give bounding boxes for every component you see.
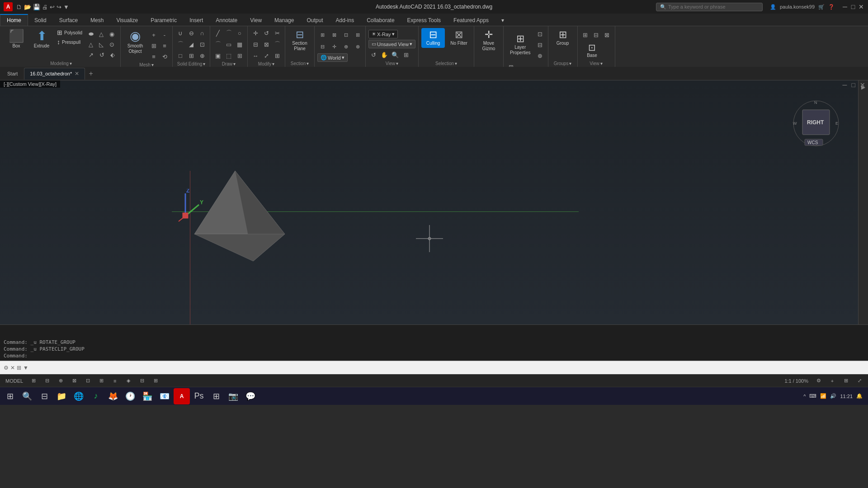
spotify-button[interactable]: ♪	[88, 388, 104, 404]
settings-btn[interactable]: ⚙	[814, 376, 824, 386]
ucs7-btn[interactable]: ⊕	[341, 42, 351, 52]
layer-icon2[interactable]: ⊟	[535, 40, 545, 50]
extra-app2[interactable]: 💬	[242, 388, 259, 404]
move-gizmo-button[interactable]: ✛ MoveGizmo	[477, 28, 500, 53]
plot-icon[interactable]: 🖨	[42, 4, 48, 10]
section-plane-button[interactable]: ⊟ SectionPlane	[288, 28, 311, 53]
ucs8-btn[interactable]: ⊗	[353, 42, 363, 52]
file-explorer-button[interactable]: 📁	[53, 388, 70, 404]
task-view-button[interactable]: ⊟	[36, 388, 52, 404]
tab-express[interactable]: Express Tools	[401, 14, 447, 26]
pyramid-btn[interactable]: △	[86, 39, 96, 49]
view-orbit-btn[interactable]: ↺	[368, 50, 378, 60]
chrome-button[interactable]: 🌐	[71, 388, 87, 404]
tray-network-icon[interactable]: 📶	[820, 393, 826, 399]
tab-more[interactable]: ▾	[495, 14, 510, 26]
viewport-min-btn[interactable]: ─	[841, 81, 849, 89]
view-right-dropdown-icon[interactable]: ▾	[600, 61, 603, 66]
extrude-button[interactable]: ⬆ Extrude	[30, 28, 53, 51]
firefox-button[interactable]: 🦊	[105, 388, 121, 404]
store-button[interactable]: 🏪	[139, 388, 156, 404]
windows-start-button[interactable]: ⊞	[2, 388, 18, 404]
new-icon[interactable]: 🗋	[16, 4, 22, 10]
otrack-toggle[interactable]: ⊞	[96, 376, 106, 386]
ucs2-btn[interactable]: ⊠	[329, 30, 339, 40]
modeling-dropdown-icon[interactable]: ▾	[70, 61, 72, 66]
polar-toggle[interactable]: ⊠	[69, 376, 79, 386]
autocad-taskbar-button[interactable]: A	[174, 388, 190, 404]
cone-btn[interactable]: △	[96, 29, 106, 39]
ucs-btn[interactable]: ⊞	[317, 30, 327, 40]
lineweight-toggle[interactable]: ≡	[110, 376, 120, 386]
boundary-btn[interactable]: ⬚	[224, 51, 234, 61]
view-extra-btn[interactable]: ⊞	[401, 50, 411, 60]
annotation-toggle[interactable]: ⊞	[151, 376, 160, 386]
array-btn[interactable]: ⊞	[272, 51, 282, 61]
start-tab[interactable]: Start	[2, 68, 23, 80]
layer-icon3[interactable]: ⊕	[535, 51, 545, 61]
refine-mesh-btn[interactable]: ⊞	[149, 41, 159, 51]
scale-btn[interactable]: ⤢	[261, 51, 271, 61]
view-right-icon3[interactable]: ⊠	[602, 30, 612, 40]
viewport-canvas[interactable]	[0, 80, 868, 324]
coord-extra-btn[interactable]: ⊞	[317, 64, 327, 67]
move-btn[interactable]: ✛	[250, 28, 260, 38]
polyline-btn[interactable]: ⌒	[224, 28, 234, 38]
viewcube[interactable]: N S W E RIGHT WCS	[791, 99, 841, 153]
sweep-btn[interactable]: ↗	[86, 50, 96, 60]
polysolid-button[interactable]: ⊞ Polysolid	[55, 28, 84, 37]
view-zoom-btn[interactable]: 🔍	[390, 50, 400, 60]
tab-addins[interactable]: Add-ins	[330, 14, 361, 26]
tab-manage[interactable]: Manage	[268, 14, 300, 26]
notification-icon[interactable]: 🔔	[856, 393, 863, 399]
email-button[interactable]: 📧	[156, 388, 173, 404]
fillet-edge-btn[interactable]: ⌒	[175, 39, 185, 49]
selection-dropdown-icon[interactable]: ▾	[455, 61, 457, 66]
smooth-less-btn[interactable]: -	[160, 30, 170, 40]
mesh-convert-btn[interactable]: ⟲	[160, 52, 170, 61]
grid-toggle[interactable]: ⊞	[28, 376, 38, 386]
search-input[interactable]	[668, 4, 759, 9]
store-icon[interactable]: 🛒	[818, 4, 825, 10]
ucs6-btn[interactable]: ✛	[329, 42, 339, 52]
gradient-btn[interactable]: ▣	[213, 51, 223, 61]
tab-insert[interactable]: Insert	[183, 14, 209, 26]
clock-button[interactable]: 🕐	[122, 388, 138, 404]
chamfer-edge-btn[interactable]: ◢	[186, 39, 196, 49]
command-input[interactable]	[30, 365, 864, 371]
ms-button[interactable]: ⊞	[208, 388, 224, 404]
mirror-btn[interactable]: ⊠	[261, 39, 271, 49]
tab-parametric[interactable]: Parametric	[144, 14, 183, 26]
modify-dropdown-icon[interactable]: ▾	[272, 61, 274, 66]
quick-access-toolbar[interactable]: 🗋 📂 💾 🖨 ↩ ↪ ▼	[16, 4, 69, 10]
imprint-btn[interactable]: ⊕	[197, 51, 207, 61]
extra-app1[interactable]: 📷	[225, 388, 241, 404]
groups-dropdown-icon[interactable]: ▾	[569, 61, 571, 66]
app-icon[interactable]: A	[4, 2, 13, 11]
osnap-toggle[interactable]: ⊡	[83, 376, 93, 386]
view-right-icon1[interactable]: ⊞	[580, 30, 590, 40]
smooth-more-btn[interactable]: +	[149, 30, 159, 40]
world-dropdown[interactable]: 🌐 World ▾	[317, 53, 348, 62]
intersect-btn[interactable]: ∩	[197, 28, 207, 38]
redo-icon[interactable]: ↪	[57, 4, 61, 10]
solid-editing-dropdown-icon[interactable]: ▾	[203, 61, 205, 66]
viewport-close-btn[interactable]: ✕	[858, 81, 867, 89]
dropdown-arrow-icon[interactable]: ▼	[63, 4, 69, 10]
hatch-btn[interactable]: ▦	[235, 39, 245, 49]
fillet-btn[interactable]: ⌒	[272, 39, 282, 49]
zoom-extend-btn[interactable]: ⊞	[841, 376, 851, 386]
xray-dropdown[interactable]: ☀ X-Ray ▾	[368, 30, 398, 38]
transparency-toggle[interactable]: ◈	[123, 376, 133, 386]
undo-icon[interactable]: ↩	[50, 4, 55, 10]
layer-icon1[interactable]: ⊡	[535, 29, 545, 39]
arc-btn[interactable]: ⌒	[213, 39, 223, 49]
save-icon[interactable]: 💾	[33, 4, 40, 10]
zoom-level[interactable]: 1:1 / 100%	[783, 378, 810, 384]
loft-btn[interactable]: ⬖	[108, 50, 118, 60]
culling-button[interactable]: ⊟ Culling	[421, 28, 445, 48]
box-button[interactable]: ⬛ Box	[5, 28, 28, 51]
tray-up-arrow[interactable]: ^	[803, 394, 806, 399]
revolve-btn[interactable]: ↺	[97, 50, 107, 60]
presspull-button[interactable]: ↕ Presspull	[55, 38, 84, 47]
